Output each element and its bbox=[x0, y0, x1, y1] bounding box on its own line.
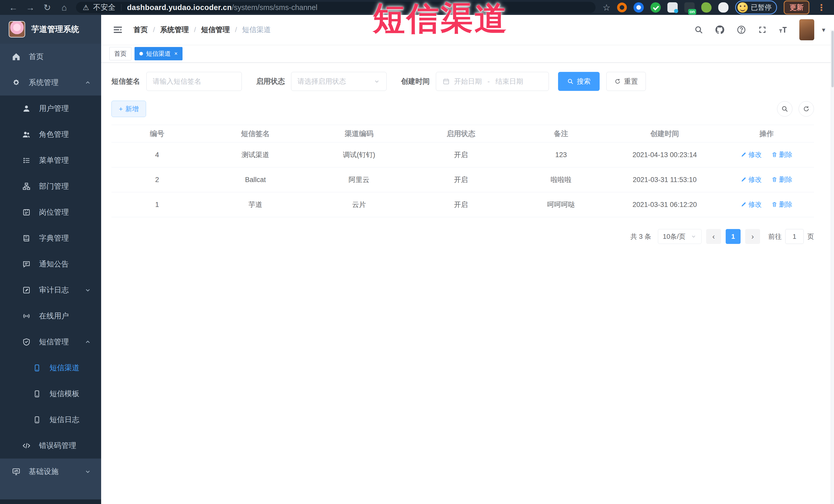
sidebar-item-online-users[interactable]: 在线用户 bbox=[0, 303, 101, 329]
refresh-table-icon[interactable] bbox=[798, 101, 814, 116]
extension-icon[interactable] bbox=[634, 2, 644, 13]
sidebar-logo[interactable]: 芋道管理系统 bbox=[0, 15, 101, 44]
sms-channel-table: 编号 短信签名 渠道编码 启用状态 备注 创建时间 操作 4 测试渠道 调试(钉… bbox=[111, 125, 814, 217]
delete-link[interactable]: 删除 bbox=[771, 150, 792, 159]
org-tree-icon bbox=[22, 182, 31, 191]
cell-id: 4 bbox=[111, 143, 203, 168]
goto-page-input[interactable] bbox=[785, 229, 804, 244]
add-button[interactable]: + 新增 bbox=[111, 101, 146, 117]
security-label[interactable]: 不安全 bbox=[93, 2, 115, 13]
caret-down-icon[interactable]: ▾ bbox=[822, 26, 825, 34]
sidebar-item-label: 通知公告 bbox=[39, 259, 69, 269]
breadcrumb: 首页 / 系统管理 / 短信管理 / 短信渠道 bbox=[133, 25, 271, 35]
cell-id: 2 bbox=[111, 168, 203, 192]
sidebar-item-post-management[interactable]: 岗位管理 bbox=[0, 199, 101, 225]
sidebar-item-role-management[interactable]: 角色管理 bbox=[0, 122, 101, 147]
breadcrumb-item[interactable]: 系统管理 bbox=[160, 25, 189, 35]
sidebar-bottom-strip bbox=[0, 499, 101, 504]
delete-link[interactable]: 删除 bbox=[771, 175, 792, 184]
tab-sms-channel[interactable]: 短信渠道 × bbox=[134, 47, 182, 60]
sidebar-item-error-code[interactable]: 错误码管理 bbox=[0, 433, 101, 459]
scrollbar-thumb[interactable] bbox=[831, 31, 834, 87]
sidebar-item-notice[interactable]: 通知公告 bbox=[0, 251, 101, 277]
app-title: 芋道管理系统 bbox=[31, 24, 79, 35]
breadcrumb-item[interactable]: 短信管理 bbox=[201, 25, 230, 35]
status-label: 启用状态 bbox=[256, 76, 285, 86]
github-icon[interactable] bbox=[715, 25, 725, 35]
date-range-picker[interactable]: 开始日期 - 结束日期 bbox=[436, 72, 549, 91]
page-size-select[interactable]: 10条/页 bbox=[658, 229, 702, 244]
edit-link[interactable]: 修改 bbox=[741, 150, 762, 159]
cell-created-at: 2021-03-31 11:53:10 bbox=[610, 168, 719, 192]
cell-id: 1 bbox=[111, 192, 203, 217]
sidebar-item-label: 字典管理 bbox=[39, 233, 69, 243]
sidebar-item-sms-management[interactable]: 短信管理 bbox=[0, 329, 101, 355]
sign-input[interactable] bbox=[153, 78, 235, 86]
edit-link[interactable]: 修改 bbox=[741, 200, 762, 209]
search-icon[interactable] bbox=[694, 25, 703, 35]
hamburger-icon[interactable] bbox=[110, 22, 126, 38]
extension-icon[interactable] bbox=[701, 2, 711, 13]
back-icon[interactable]: ← bbox=[7, 2, 20, 13]
sidebar-item-audit-log[interactable]: 审计日志 bbox=[0, 277, 101, 303]
sidebar-item-home[interactable]: 首页 bbox=[0, 44, 101, 70]
sidebar-item-user-management[interactable]: 用户管理 bbox=[0, 95, 101, 122]
extension-icon[interactable] bbox=[617, 3, 627, 12]
forward-icon[interactable]: → bbox=[24, 2, 37, 13]
table-tools bbox=[777, 101, 814, 116]
breadcrumb-item[interactable]: 首页 bbox=[133, 25, 148, 35]
extension-icon[interactable] bbox=[684, 2, 695, 13]
tab-home[interactable]: 首页 bbox=[109, 47, 131, 60]
status-placeholder: 请选择启用状态 bbox=[298, 77, 346, 86]
bookmark-star-icon[interactable]: ☆ bbox=[603, 2, 610, 13]
cell-actions: 修改 删除 bbox=[719, 168, 814, 192]
sidebar-item-system-management[interactable]: 系统管理 bbox=[0, 70, 101, 95]
sidebar-item-menu-management[interactable]: 菜单管理 bbox=[0, 147, 101, 173]
time-label: 创建时间 bbox=[401, 76, 430, 86]
extension-icon[interactable] bbox=[667, 2, 678, 13]
sidebar-item-label: 短信渠道 bbox=[49, 363, 79, 373]
search-button[interactable]: 搜索 bbox=[558, 72, 600, 91]
goto-label: 前往 bbox=[768, 232, 782, 241]
cell-created-at: 2021-04-13 00:23:14 bbox=[610, 143, 719, 168]
cell-channel-code: 调试(钉钉) bbox=[308, 143, 410, 168]
help-icon[interactable] bbox=[736, 25, 746, 35]
browser-menu-icon[interactable]: ⋮ bbox=[816, 2, 827, 13]
edit-link[interactable]: 修改 bbox=[741, 175, 762, 184]
sidebar-item-sms-log[interactable]: 短信日志 bbox=[0, 407, 101, 433]
browser-update-button[interactable]: 更新 bbox=[784, 1, 809, 14]
page-scrollbar[interactable] bbox=[831, 30, 834, 504]
paused-extension-badge[interactable]: 已暂停 bbox=[735, 1, 777, 14]
close-icon[interactable]: × bbox=[174, 50, 178, 57]
delete-link[interactable]: 删除 bbox=[771, 200, 792, 209]
badge-icon bbox=[22, 208, 31, 217]
start-date-placeholder: 开始日期 bbox=[454, 77, 482, 86]
toggle-search-icon[interactable] bbox=[777, 101, 792, 116]
sidebar-item-infrastructure[interactable]: 基础设施 bbox=[0, 459, 101, 484]
prev-page-button[interactable]: ‹ bbox=[706, 229, 721, 244]
status-select[interactable]: 请选择启用状态 bbox=[291, 72, 387, 91]
cell-remark: 呵呵呵哒 bbox=[512, 192, 610, 217]
fullscreen-icon[interactable] bbox=[758, 25, 767, 35]
page-number-1[interactable]: 1 bbox=[726, 229, 741, 244]
sidebar-item-dict-management[interactable]: 字典管理 bbox=[0, 225, 101, 251]
extension-icon[interactable] bbox=[651, 2, 661, 13]
home-icon[interactable]: ⌂ bbox=[58, 2, 71, 13]
extension-icon[interactable] bbox=[718, 2, 728, 13]
chevron-down-icon bbox=[84, 287, 91, 294]
next-page-button[interactable]: › bbox=[745, 229, 760, 244]
reset-button[interactable]: 重置 bbox=[606, 72, 646, 91]
reset-button-label: 重置 bbox=[624, 77, 638, 86]
sign-label: 短信签名 bbox=[111, 76, 140, 86]
column-header: 短信签名 bbox=[203, 125, 308, 143]
announcement-icon bbox=[22, 260, 31, 268]
sidebar-item-sms-template[interactable]: 短信模板 bbox=[0, 381, 101, 407]
reload-icon[interactable]: ↻ bbox=[41, 2, 54, 13]
cell-status: 开启 bbox=[410, 192, 512, 217]
sidebar-item-sms-channel[interactable]: 短信渠道 bbox=[0, 355, 101, 381]
total-count: 共 3 条 bbox=[631, 232, 651, 241]
avatar[interactable] bbox=[799, 19, 814, 40]
address-bar[interactable]: ⚠ 不安全 dashboard.yudao.iocoder.cn/system/… bbox=[76, 2, 595, 13]
font-size-icon[interactable] bbox=[778, 25, 788, 35]
sidebar-item-department-management[interactable]: 部门管理 bbox=[0, 173, 101, 199]
